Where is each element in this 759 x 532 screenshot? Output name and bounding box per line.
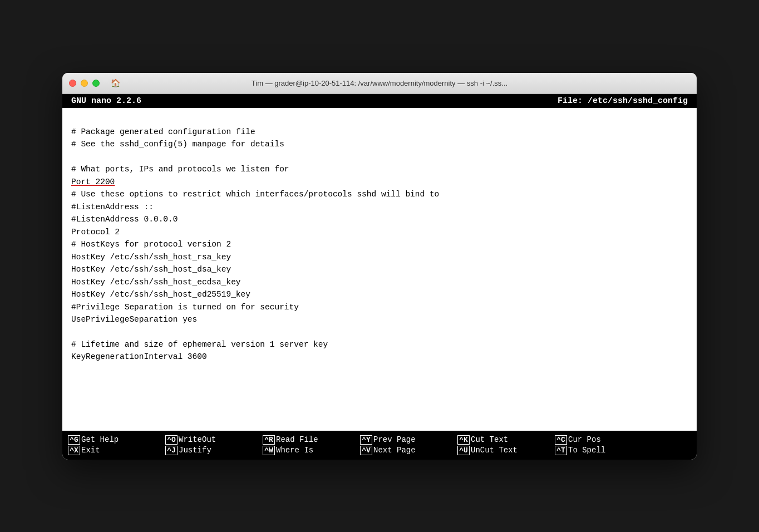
terminal-window: 🏠 Tim — grader@ip-10-20-51-114: /var/www…	[62, 73, 697, 460]
line-hostkey3: HostKey /etc/ssh/ssh_host_ecdsa_key	[71, 278, 241, 287]
label-next-page: Next Page	[373, 446, 416, 455]
label-uncut-text: UnCut Text	[471, 446, 518, 455]
nano-header: GNU nano 2.2.6 File: /etc/ssh/sshd_confi…	[62, 94, 697, 108]
footer-item-prevpage: ^Y Prev Page	[360, 435, 457, 445]
line-comment-1: # Package generated configuration file	[71, 127, 255, 136]
line-comment-5: # HostKeys for protocol version 2	[71, 240, 231, 249]
nano-version: GNU nano 2.2.6	[71, 96, 141, 106]
label-where-is: Where Is	[276, 446, 313, 455]
key-ctrl-o: ^O	[165, 435, 178, 445]
label-cur-pos: Cur Pos	[568, 435, 601, 444]
key-ctrl-c: ^C	[555, 435, 567, 445]
close-button[interactable]	[69, 80, 76, 87]
line-listenaddr1: #ListenAddress ::	[71, 203, 154, 211]
window-title: Tim — grader@ip-10-20-51-114: /var/www/m…	[252, 79, 507, 87]
key-ctrl-t: ^T	[555, 446, 567, 455]
footer-item-nextpage: ^V Next Page	[360, 446, 457, 455]
label-prev-page: Prev Page	[373, 435, 416, 444]
line-hostkey4: HostKey /etc/ssh/ssh_host_ed25519_key	[71, 290, 250, 299]
footer-item-whereis: ^W Where Is	[263, 446, 360, 455]
footer-item-uncuttext: ^U UnCut Text	[457, 446, 555, 455]
label-exit: Exit	[81, 446, 100, 455]
line-hostkey1: HostKey /etc/ssh/ssh_host_rsa_key	[71, 253, 231, 262]
maximize-button[interactable]	[92, 80, 100, 87]
traffic-lights	[69, 80, 100, 87]
footer-item-curpos: ^C Cur Pos	[555, 435, 652, 445]
label-writeout: WriteOut	[179, 435, 216, 444]
key-ctrl-y: ^Y	[360, 435, 372, 445]
key-ctrl-k: ^K	[457, 435, 470, 445]
key-ctrl-x: ^X	[68, 446, 80, 455]
line-useprivsep: UsePrivilegeSeparation yes	[71, 315, 197, 324]
minimize-button[interactable]	[81, 80, 88, 87]
label-justify: Justify	[179, 446, 211, 455]
lock-icon: 🏠	[111, 78, 120, 88]
footer-item-readfile: ^R Read File	[263, 435, 360, 445]
editor-content[interactable]: # Package generated configuration file #…	[62, 108, 697, 431]
line-listenaddr2: #ListenAddress 0.0.0.0	[71, 215, 178, 224]
key-ctrl-v: ^V	[360, 446, 372, 455]
key-ctrl-u: ^U	[457, 446, 470, 455]
line-keyregen: KeyRegenerationInterval 3600	[71, 352, 207, 361]
label-read-file: Read File	[276, 435, 318, 444]
nano-filename: File: /etc/ssh/sshd_config	[558, 96, 688, 106]
line-protocol: Protocol 2	[71, 228, 120, 237]
footer-item-tospell: ^T To Spell	[555, 446, 652, 455]
key-ctrl-g: ^G	[68, 435, 80, 445]
port-line: Port 2200	[71, 178, 115, 186]
titlebar: 🏠 Tim — grader@ip-10-20-51-114: /var/www…	[62, 73, 697, 94]
footer-item-writeout: ^O WriteOut	[165, 435, 263, 445]
key-ctrl-j: ^J	[165, 446, 178, 455]
footer-row-1: ^G Get Help ^O WriteOut ^R Read File ^Y …	[68, 435, 691, 445]
line-comment-6: #Privilege Separation is turned on for s…	[71, 303, 299, 312]
footer-item-justify: ^J Justify	[165, 446, 263, 455]
line-comment-2: # See the sshd_config(5) manpage for det…	[71, 140, 284, 149]
label-cut-text: Cut Text	[471, 435, 508, 444]
label-get-help: Get Help	[81, 435, 119, 444]
key-ctrl-r: ^R	[263, 435, 275, 445]
key-ctrl-w: ^W	[263, 446, 275, 455]
line-comment-7: # Lifetime and size of ephemeral version…	[71, 340, 328, 349]
footer-item-exit: ^X Exit	[68, 446, 165, 455]
line-comment-3: # What ports, IPs and protocols we liste…	[71, 165, 289, 174]
line-comment-4: # Use these options to restrict which in…	[71, 190, 439, 199]
footer-item-cuttext: ^K Cut Text	[457, 435, 555, 445]
nano-footer: ^G Get Help ^O WriteOut ^R Read File ^Y …	[62, 431, 697, 460]
line-hostkey2: HostKey /etc/ssh/ssh_host_dsa_key	[71, 265, 231, 274]
footer-item-gethelp: ^G Get Help	[68, 435, 165, 445]
footer-row-2: ^X Exit ^J Justify ^W Where Is ^V Next P…	[68, 446, 691, 455]
label-to-spell: To Spell	[568, 446, 605, 455]
